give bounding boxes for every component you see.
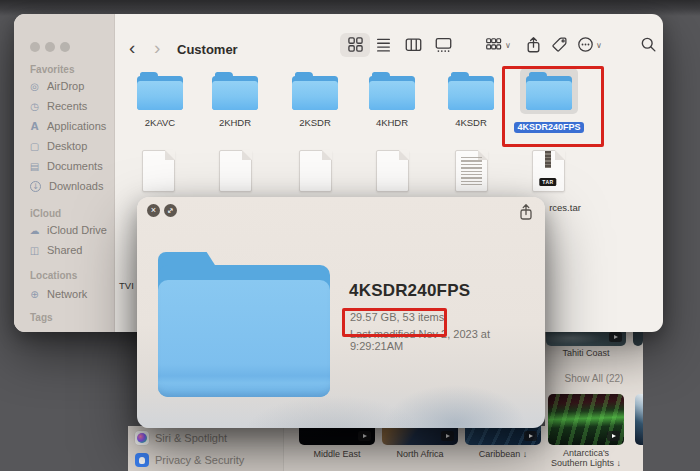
folder-preview-icon (158, 252, 330, 397)
video-play-badge (607, 431, 620, 441)
folder-icon (212, 72, 258, 110)
gallery-view-button[interactable] (435, 36, 452, 53)
fullscreen-button[interactable]: ↔ (164, 204, 177, 217)
document-icon (219, 150, 252, 192)
screensaver-label: North Africa (382, 449, 458, 459)
document-icon: ▤ (28, 161, 41, 172)
chevron-down-icon: ∨ (505, 41, 511, 50)
more-options-button[interactable] (577, 36, 594, 53)
screensaver-thumb-north-africa[interactable] (382, 426, 458, 445)
tar-file-icon: TAR (532, 150, 565, 192)
screensaver-thumb-partial-earth (635, 394, 643, 445)
annotation-box-size (342, 308, 447, 337)
sidebar-item-shared[interactable]: ◫Shared (28, 242, 82, 258)
clock-icon: ◷ (28, 101, 41, 112)
tag-button[interactable] (551, 36, 568, 53)
file-item[interactable] (123, 150, 193, 192)
column-view-button[interactable] (405, 36, 422, 53)
close-button[interactable] (30, 42, 40, 52)
share-button[interactable] (525, 36, 542, 53)
desktop-icon: ▢ (28, 141, 41, 152)
document-icon (376, 150, 409, 192)
folder-item[interactable]: 2KAVC (125, 72, 195, 128)
shared-folder-icon: ◫ (28, 245, 41, 256)
airdrop-icon: ◎ (28, 81, 41, 92)
file-item[interactable] (280, 150, 350, 192)
quicklook-title: 4KSDR240FPS (349, 281, 470, 301)
close-button[interactable]: × (147, 204, 160, 217)
sidebar-item-privacy-security[interactable]: Privacy & Security (135, 453, 244, 467)
folder-icon (369, 72, 415, 110)
download-icon: ↓ (30, 181, 41, 192)
sidebar-item-tag-red[interactable]: ●Red (28, 328, 67, 332)
list-view-button[interactable] (375, 36, 392, 53)
folder-item[interactable]: 4KHDR (357, 72, 427, 128)
sidebar-item-desktop[interactable]: ▢Desktop (28, 138, 87, 154)
finder-sidebar: Favorites ◎AirDrop ◷Recents AApplication… (14, 14, 115, 332)
screensaver-thumb-middle-east[interactable] (299, 426, 375, 445)
annotation-box-folder (502, 66, 604, 147)
sidebar-item-siri-spotlight[interactable]: Siri & Spotlight (135, 431, 227, 445)
sidebar-section-icloud: iCloud (30, 208, 61, 219)
sidebar-section-favorites: Favorites (30, 64, 74, 75)
search-icon[interactable] (640, 36, 657, 53)
quicklook-panel: × ↔ 4KSDR240FPS 29.57 GB, 53 items Last … (137, 197, 545, 428)
sidebar-item-documents[interactable]: ▤Documents (28, 158, 103, 174)
sidebar-item-recents[interactable]: ◷Recents (28, 98, 87, 114)
window-title: Customer (177, 42, 238, 57)
folder-item[interactable]: 2KHDR (200, 72, 270, 128)
file-label-partial: TVI (119, 280, 134, 291)
folder-item[interactable]: 2KSDR (280, 72, 350, 128)
settings-window-bottom: Siri & Spotlight Privacy & Security Midd… (128, 426, 545, 471)
window-controls (30, 38, 75, 56)
video-play-badge (441, 431, 454, 441)
video-play-badge (524, 431, 537, 441)
sidebar-item-airdrop[interactable]: ◎AirDrop (28, 78, 84, 94)
applications-icon: A (28, 121, 41, 132)
screensaver-label: Antarctica's Southern Lights ↓ (545, 448, 635, 468)
zoom-button[interactable] (60, 42, 70, 52)
screensaver-thumb-antarctica[interactable] (548, 394, 624, 445)
back-button[interactable]: ‹ (129, 38, 135, 57)
screensaver-label: Tahiti Coast (545, 348, 627, 358)
sidebar-item-downloads[interactable]: ↓Downloads (28, 178, 103, 194)
document-icon (142, 150, 175, 192)
sidebar-item-icloud-drive[interactable]: ☁iCloud Drive (28, 222, 107, 238)
text-document-icon (455, 150, 488, 192)
screensaver-label: Caribbean ↓ (465, 449, 541, 459)
screensaver-thumb-caribbean[interactable] (465, 426, 541, 445)
screensaver-label: Middle East (299, 449, 375, 459)
folder-item[interactable]: 4KSDR (436, 72, 506, 128)
video-play-badge (358, 431, 371, 441)
file-item[interactable] (200, 150, 270, 192)
sidebar-section-tags: Tags (30, 312, 53, 323)
forward-button[interactable]: › (154, 38, 160, 57)
file-item[interactable] (436, 150, 506, 192)
group-by-button[interactable] (485, 36, 502, 53)
sidebar-section-locations: Locations (30, 270, 77, 281)
folder-icon (292, 72, 338, 110)
show-all-link[interactable]: Show All (22) (545, 373, 643, 384)
globe-icon: ⊕ (28, 289, 41, 300)
document-icon (299, 150, 332, 192)
video-play-badge (609, 332, 622, 342)
siri-icon (135, 431, 149, 445)
chevron-down-icon: ∨ (596, 41, 602, 50)
share-button[interactable] (518, 203, 534, 225)
icon-view-button[interactable] (347, 36, 364, 53)
folder-icon (448, 72, 494, 110)
cloud-icon: ☁ (28, 225, 41, 236)
folder-icon (137, 72, 183, 110)
red-tag-icon: ● (28, 331, 41, 332)
file-item[interactable] (357, 150, 427, 192)
sidebar-item-applications[interactable]: AApplications (28, 118, 106, 134)
minimize-button[interactable] (45, 42, 55, 52)
privacy-security-icon (135, 453, 149, 467)
file-item-tar[interactable]: TAR (513, 150, 583, 192)
sidebar-item-network[interactable]: ⊕Network (28, 286, 87, 302)
